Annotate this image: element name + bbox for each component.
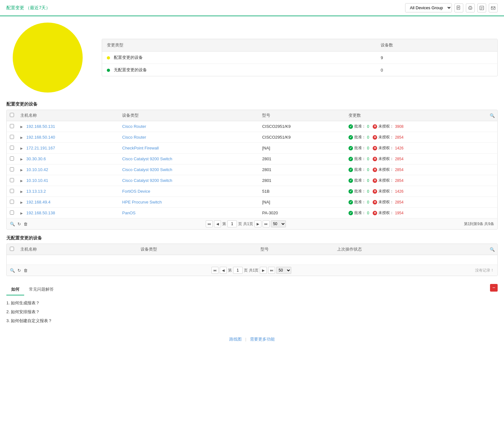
approved-count[interactable]: 0 (367, 146, 369, 150)
last-page-btn-u[interactable]: ⏭ (268, 267, 275, 274)
row-checkbox[interactable] (7, 208, 17, 218)
unauthorized-count[interactable]: 2854 (395, 157, 404, 161)
pie-chart (6, 23, 89, 93)
expand-btn[interactable]: ▶ (20, 125, 23, 128)
device-ip[interactable]: 192.168.49.4 (26, 200, 51, 204)
search-icon-changes[interactable]: 🔍 (490, 113, 495, 118)
row-checkbox[interactable] (7, 186, 17, 197)
unauthorized-count[interactable]: 2854 (395, 135, 404, 140)
next-page-btn-u[interactable]: ▶ (260, 267, 267, 274)
device-type-link[interactable]: HPE Procurve Switch (122, 200, 162, 204)
device-type-link[interactable]: Cisco Catalyst 9200 Switch (122, 178, 172, 183)
device-ip[interactable]: 172.21.191.167 (26, 146, 55, 150)
search-btn-unchanged[interactable]: 🔍 (10, 268, 15, 273)
device-ip[interactable]: 30.30.30.6 (26, 156, 46, 161)
expand-btn[interactable]: ▶ (20, 190, 23, 193)
expand-btn[interactable]: ▶ (20, 201, 23, 204)
row-device-type: PanOS (119, 208, 259, 218)
page-number-input-u[interactable] (233, 267, 243, 274)
next-page-btn[interactable]: ▶ (254, 220, 261, 227)
device-type-link[interactable]: Cisco Catalyst 9200 Switch (122, 167, 172, 172)
device-type-link[interactable]: FortiOS Device (122, 189, 150, 194)
row-model: 2801 (259, 164, 345, 175)
device-type-link[interactable]: Cisco Router (122, 135, 146, 140)
expand-btn[interactable]: ▶ (20, 136, 23, 139)
faq-content: 1. 如何生成报表？ 2. 如何安排报表？ 3. 如何创建自定义报表？ (6, 295, 59, 328)
first-page-btn[interactable]: ⏮ (206, 220, 213, 227)
row-model: 2801 (259, 154, 345, 164)
device-type-link[interactable]: PanOS (122, 211, 135, 215)
page-number-input[interactable] (227, 220, 237, 227)
per-page-select[interactable]: 50 100 200 (271, 220, 286, 227)
print-button[interactable] (466, 3, 475, 12)
tab-howto[interactable]: 如何 (6, 284, 24, 295)
refresh-btn-unchanged[interactable]: ↻ (17, 268, 21, 273)
device-ip[interactable]: 10.10.10.41 (26, 178, 48, 183)
tab-faq[interactable]: 常见问题解答 (24, 284, 59, 295)
delete-btn[interactable]: 🗑 (24, 222, 28, 226)
first-page-btn-u[interactable]: ⏮ (211, 267, 218, 274)
approved-count[interactable]: 0 (367, 157, 369, 161)
device-type-link[interactable]: Cisco Catalyst 9200 Switch (122, 156, 172, 161)
device-group-select-input[interactable]: All Devices Group (405, 3, 452, 12)
prev-page-btn[interactable]: ◀ (214, 220, 221, 227)
unauthorized-count[interactable]: 2854 (395, 200, 404, 204)
unauthorized-count[interactable]: 2854 (395, 168, 404, 172)
prev-page-btn-u[interactable]: ◀ (220, 267, 227, 274)
device-ip[interactable]: 13.13.13.2 (26, 189, 46, 194)
pdf-export-button[interactable] (454, 3, 463, 12)
search-btn[interactable]: 🔍 (10, 222, 15, 226)
email-button[interactable] (489, 3, 498, 12)
per-page-select-u[interactable]: 50 100 200 (276, 267, 291, 274)
collapse-button[interactable]: − (490, 284, 498, 292)
device-ip[interactable]: 192.168.50.138 (26, 211, 55, 215)
route-map-link[interactable]: 路线图 (229, 337, 242, 342)
device-group-selector[interactable]: All Devices Group (405, 3, 452, 12)
expand-btn[interactable]: ▶ (20, 211, 23, 215)
row-checkbox[interactable] (7, 197, 17, 208)
row-checkbox[interactable] (7, 121, 17, 132)
approved-count[interactable]: 0 (367, 124, 369, 129)
device-ip[interactable]: 192.168.50.131 (26, 124, 55, 129)
last-page-btn[interactable]: ⏭ (263, 220, 270, 227)
more-features-link[interactable]: 需要更多功能 (250, 337, 275, 342)
row-checkbox[interactable] (7, 154, 17, 164)
unauthorized-count[interactable]: 1954 (395, 211, 404, 215)
device-ip[interactable]: 192.168.50.140 (26, 135, 55, 140)
pagination-changed: ⏮ ◀ 第 页 共1页 ▶ ⏭ 50 100 200 (206, 220, 286, 227)
unauthorized-label: 未授权： (378, 210, 394, 216)
select-all-unchanged[interactable] (10, 247, 14, 251)
approved-count[interactable]: 0 (367, 211, 369, 215)
unauthorized-count[interactable]: 1426 (395, 146, 404, 150)
search-icon-unchanged[interactable]: 🔍 (490, 247, 495, 252)
expand-btn[interactable]: ▶ (20, 179, 23, 183)
device-ip[interactable]: 10.10.10.42 (26, 167, 48, 172)
refresh-btn[interactable]: ↻ (17, 222, 21, 226)
expand-btn[interactable]: ▶ (20, 147, 23, 150)
approved-icon: ✓ (349, 211, 353, 215)
table-row: ▶ 13.13.13.2 FortiOS Device 51B ✓ 批准： 0 … (7, 186, 497, 197)
expand-btn[interactable]: ▶ (20, 157, 23, 161)
approved-count[interactable]: 0 (367, 200, 369, 204)
changed-devices-table-wrapper: 主机名称 设备类型 型号 变更数 🔍 ▶ 192.168.50.131 Cisc… (6, 110, 498, 230)
dot-yellow (107, 56, 110, 59)
approved-count[interactable]: 0 (367, 178, 369, 183)
row-checkbox[interactable] (7, 143, 17, 154)
approved-count[interactable]: 0 (367, 135, 369, 140)
export-button[interactable] (477, 3, 486, 12)
row-changes: ✓ 批准： 0 ✕ 未授权： 2854 (345, 132, 497, 143)
unauthorized-count[interactable]: 2854 (395, 178, 404, 183)
approved-count[interactable]: 0 (367, 189, 369, 194)
approved-icon: ✓ (349, 200, 353, 204)
row-checkbox[interactable] (7, 164, 17, 175)
row-checkbox[interactable] (7, 132, 17, 143)
delete-btn-unchanged[interactable]: 🗑 (24, 268, 28, 273)
device-type-link[interactable]: Cisco Router (122, 124, 146, 129)
select-all-changed[interactable] (10, 113, 14, 117)
row-checkbox[interactable] (7, 175, 17, 186)
expand-btn[interactable]: ▶ (20, 168, 23, 172)
device-type-link[interactable]: CheckPoint Firewall (122, 146, 159, 150)
unauthorized-count[interactable]: 1426 (395, 189, 404, 194)
approved-count[interactable]: 0 (367, 168, 369, 172)
unauthorized-count[interactable]: 3908 (395, 124, 404, 129)
